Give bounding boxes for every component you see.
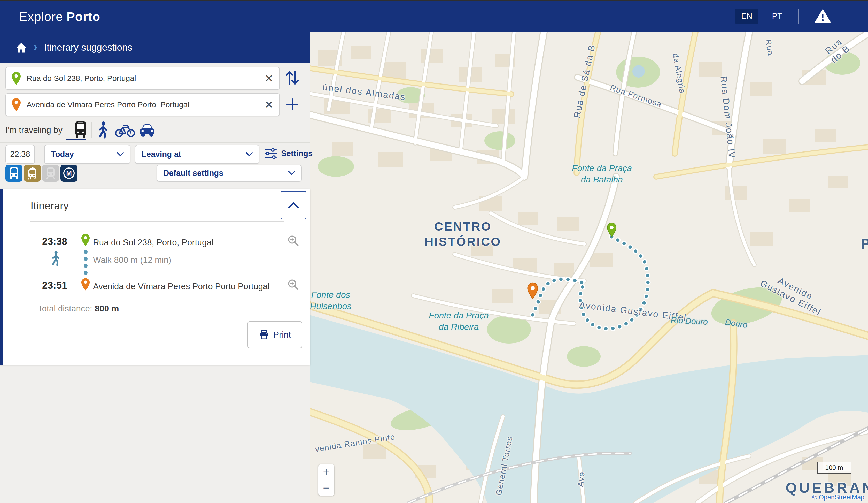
logo-explore: Explore [19,10,63,23]
clear-origin-icon[interactable]: ✕ [259,72,279,84]
home-icon[interactable] [16,42,27,53]
map-basemap [310,32,868,503]
zoom-out-button[interactable]: − [318,480,334,496]
traveling-by-label: I'm traveling by [6,125,63,135]
app-logo[interactable]: ExplorePorto [19,10,100,24]
add-via-button[interactable] [285,97,300,112]
walk-instruction: Walk 800 m (12 min) [93,255,171,265]
bus-icon [9,167,19,179]
map-scale-bar: 100 m [817,462,851,474]
date-select-value: Today [51,150,74,159]
header-divider [798,9,799,23]
map-attribution[interactable]: © OpenStreetMap [812,493,865,501]
mode-transit-button[interactable] [70,120,92,140]
depart-select-value: Leaving at [142,150,181,159]
leg-depart-time: 23:38 [42,236,71,247]
lang-en-button[interactable]: EN [735,9,758,24]
zoom-to-leg-button[interactable] [287,234,299,247]
route-dot [84,250,87,254]
top-bar: ExplorePorto EN PT [0,0,868,32]
leg-origin-label: Rua do Sol 238, Porto, Portugal [93,237,214,247]
leg-destination-pin-icon [81,278,90,291]
map-canvas[interactable]: CENTRO HISTÓRICO Fonte da Praça da Batal… [310,32,868,503]
route-dot [84,257,87,261]
planner-sidebar: ✕ ✕ I'm traveling by [0,63,310,503]
divider [0,142,310,143]
swap-arrows-icon [284,69,301,86]
collapse-panel-button[interactable] [280,191,307,219]
magnifier-plus-icon [287,278,299,291]
itinerary-panel: Itinerary 23:38 Rua do Sol 238, Porto, P… [0,189,310,365]
itinerary-title: Itinerary [30,200,69,212]
chevron-up-icon [288,202,299,208]
leg-destination-label: Avenida de Vímara Peres Porto Porto Port… [93,281,270,291]
chevron-down-icon [117,152,124,156]
swap-locations-button[interactable] [284,69,301,86]
mode-bike-button[interactable] [114,120,136,140]
breadcrumb: › Itinerary suggestions [0,32,310,63]
map-zoom-control: + − [318,464,334,496]
alerts-button[interactable] [809,9,837,23]
clear-destination-icon[interactable]: ✕ [259,99,279,111]
settings-button[interactable]: Settings [264,147,313,160]
breadcrumb-page-title: Itinerary suggestions [44,42,132,53]
profile-select[interactable]: Default settings [156,165,302,182]
train-icon [45,167,56,179]
settings-label: Settings [281,149,313,158]
walk-mode-icon [50,250,61,267]
toggle-bus-button[interactable] [6,165,22,182]
print-label: Print [273,330,291,340]
origin-pin-icon [12,72,21,85]
date-select[interactable]: Today [44,145,131,164]
leg-arrive-time: 23:51 [42,280,71,291]
leg-origin-pin-icon [81,233,90,246]
toggle-metro-button[interactable]: M [61,165,78,182]
zoom-to-leg-button[interactable] [287,278,299,291]
warning-icon [815,9,831,23]
toggle-train-button[interactable] [42,165,59,182]
magnifier-plus-icon [287,234,299,247]
profile-select-value: Default settings [163,168,224,178]
mode-car-button[interactable] [136,120,158,140]
route-dot [84,271,87,275]
total-distance-value: 800 m [95,304,119,313]
transit-icon [73,121,88,140]
destination-input[interactable] [27,100,259,109]
total-distance-label: Total distance: [38,304,92,313]
tram-icon [27,166,38,180]
depart-select[interactable]: Leaving at [135,145,259,164]
origin-field: ✕ [6,67,280,90]
breadcrumb-chevron-icon: › [34,40,38,53]
walk-icon [96,121,109,139]
zoom-in-button[interactable]: + [318,464,334,480]
selected-mode-underline [66,138,86,140]
lang-pt-button[interactable]: PT [766,9,788,24]
printer-icon [259,330,269,340]
plus-icon [285,97,300,112]
sliders-icon [264,147,278,160]
route-dot [84,264,87,268]
logo-porto: Porto [67,10,100,23]
toggle-tram-button[interactable] [24,165,41,182]
divider [30,221,284,222]
metro-logo-icon: M [63,167,75,179]
chevron-down-icon [246,152,253,156]
chevron-down-icon [288,171,295,175]
origin-input[interactable] [27,74,259,83]
print-button[interactable]: Print [247,321,302,348]
destination-field: ✕ [6,93,280,116]
car-icon [138,123,156,137]
mode-walk-button[interactable] [92,120,114,140]
bike-icon [115,123,135,137]
destination-pin-icon [12,98,21,111]
time-input[interactable] [6,145,35,164]
